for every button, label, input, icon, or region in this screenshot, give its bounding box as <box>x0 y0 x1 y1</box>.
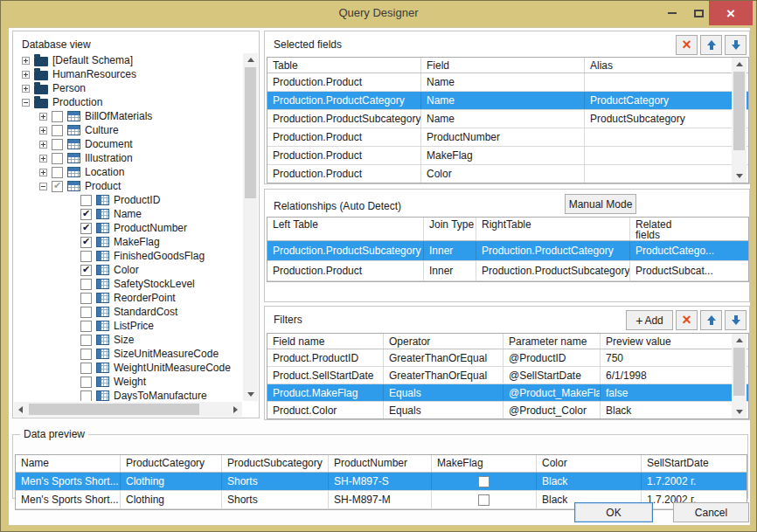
column-header-join-type[interactable]: Join Type <box>424 218 476 240</box>
column-header-operator[interactable]: Operator <box>384 334 504 349</box>
close-button[interactable]: × <box>709 1 753 25</box>
tree-item-weightunitmeasurecode[interactable]: WeightUnitMeasureCode <box>15 361 242 375</box>
tree-item-document[interactable]: Document <box>15 137 242 151</box>
tree-checkbox[interactable] <box>80 237 92 248</box>
tree-checkbox[interactable] <box>52 111 63 122</box>
scroll-left-arrow[interactable] <box>14 402 27 417</box>
minimize-button[interactable] <box>662 1 683 25</box>
maximize-button[interactable] <box>688 1 709 25</box>
tree-checkbox[interactable] <box>80 195 92 206</box>
cancel-button[interactable]: Cancel <box>673 502 749 522</box>
scroll-down-arrow[interactable] <box>243 388 258 401</box>
move-field-up-button[interactable] <box>700 35 722 55</box>
tree-item-sizeunitmeasurecode[interactable]: SizeUnitMeasureCode <box>15 347 242 361</box>
tree-checkbox[interactable] <box>80 349 92 360</box>
delete-filter-button[interactable]: × <box>676 310 698 330</box>
column-header-table[interactable]: Table <box>267 58 421 73</box>
table-row[interactable]: Product.MakeFlagEquals@Product_MakeFlagf… <box>267 384 748 402</box>
table-row[interactable]: Production.ProductProductNumber <box>267 128 748 147</box>
column-header-productcategory[interactable]: ProductCategory <box>121 455 222 472</box>
tree-item-listprice[interactable]: ListPrice <box>15 319 242 333</box>
tree-item-daystomanufacture[interactable]: DaysToManufacture <box>15 389 242 401</box>
tree-checkbox[interactable] <box>80 223 92 234</box>
tree-checkbox[interactable] <box>80 293 92 304</box>
tree-item-person[interactable]: Person <box>15 81 242 95</box>
expand-icon[interactable] <box>39 113 47 121</box>
table-row[interactable]: Product.ProductIDGreaterThanOrEqual@Prod… <box>267 349 748 367</box>
column-header-name[interactable]: Name <box>16 455 121 472</box>
tree-checkbox[interactable] <box>80 209 92 220</box>
column-header-field-name[interactable]: Field name <box>267 334 384 349</box>
tree-item-size[interactable]: Size <box>15 333 242 347</box>
tree-checkbox[interactable] <box>80 390 92 402</box>
expand-icon[interactable] <box>39 155 47 162</box>
scrollbar-thumb[interactable] <box>733 72 745 150</box>
tree-checkbox[interactable] <box>52 181 63 192</box>
column-header-makeflag[interactable]: MakeFlag <box>432 455 537 472</box>
tree-item-color[interactable]: Color <box>15 263 242 277</box>
expand-icon[interactable] <box>22 85 30 93</box>
collapse-icon[interactable] <box>39 183 47 190</box>
expand-icon[interactable] <box>22 71 30 79</box>
move-filter-down-button[interactable] <box>725 310 747 330</box>
tree-item-standardcost[interactable]: StandardCost <box>15 305 242 319</box>
makeflag-checkbox[interactable] <box>478 476 490 487</box>
scrollbar-thumb[interactable] <box>733 348 745 396</box>
scrollbar-thumb[interactable] <box>245 67 256 198</box>
tree-checkbox[interactable] <box>80 279 92 290</box>
tree-checkbox[interactable] <box>80 335 92 346</box>
scroll-up-arrow[interactable] <box>243 53 258 66</box>
tree-checkbox[interactable] <box>80 265 92 276</box>
tree-item-location[interactable]: Location <box>15 165 242 179</box>
tree-item-culture[interactable]: Culture <box>15 123 242 137</box>
table-row[interactable]: Product.ColorEquals@Product_ColorBlack <box>267 402 748 419</box>
column-header-parameter-name[interactable]: Parameter name <box>504 334 601 349</box>
table-row[interactable]: Men's Sports Short...ClothingShortsSH-M8… <box>16 473 747 491</box>
column-header-productnumber[interactable]: ProductNumber <box>329 455 432 472</box>
table-row[interactable]: Production.ProductInnerProduction.Produc… <box>267 261 748 281</box>
scroll-up-arrow[interactable] <box>732 58 747 71</box>
tree-checkbox[interactable] <box>52 125 63 136</box>
tree-item-finishedgoodsflag[interactable]: FinishedGoodsFlag <box>15 249 242 263</box>
manual-mode-button[interactable]: Manual Mode <box>565 194 636 214</box>
tree-item-weight[interactable]: Weight <box>15 375 242 389</box>
tree-item-makeflag[interactable]: MakeFlag <box>15 235 242 249</box>
tree-checkbox[interactable] <box>80 321 92 332</box>
column-header-related-fields[interactable]: Related fields <box>630 218 749 240</box>
column-header-righttable[interactable]: RightTable <box>476 218 630 240</box>
add-filter-button[interactable]: +Add <box>626 310 673 330</box>
table-row[interactable]: Production.ProductSubcategoryNameProduct… <box>267 110 748 128</box>
tree-checkbox[interactable] <box>80 363 92 374</box>
scrollbar-thumb[interactable] <box>29 404 199 415</box>
scroll-up-arrow[interactable] <box>732 334 747 347</box>
ok-button[interactable]: OK <box>574 502 653 522</box>
column-header-left-table[interactable]: Left Table <box>267 218 424 240</box>
scroll-right-arrow[interactable] <box>229 402 242 417</box>
tree-item-productid[interactable]: ProductID <box>15 193 242 207</box>
column-header-alias[interactable]: Alias <box>585 58 734 73</box>
tree-item-production[interactable]: Production <box>15 95 242 109</box>
tree-checkbox[interactable] <box>80 307 92 318</box>
table-row[interactable]: Production.ProductSubcategoryInnerProduc… <box>267 241 748 261</box>
move-field-down-button[interactable] <box>725 35 747 55</box>
tree-checkbox[interactable] <box>52 153 63 164</box>
makeflag-checkbox[interactable] <box>478 494 490 506</box>
expand-icon[interactable] <box>39 169 47 176</box>
tree-checkbox[interactable] <box>80 251 92 262</box>
table-row[interactable]: Production.ProductMakeFlag <box>267 147 748 165</box>
collapse-icon[interactable] <box>22 99 30 107</box>
tree-item-productnumber[interactable]: ProductNumber <box>15 221 242 235</box>
column-header-field[interactable]: Field <box>421 58 585 73</box>
column-header-sellstartdate[interactable]: SellStartDate <box>642 455 747 472</box>
table-row[interactable]: Product.SellStartDateGreaterThanOrEqual@… <box>267 367 748 384</box>
scroll-down-arrow[interactable] <box>732 169 747 183</box>
column-header-productsubcategory[interactable]: ProductSubcategory <box>222 455 329 472</box>
expand-icon[interactable] <box>39 127 47 135</box>
table-row[interactable]: Production.ProductName <box>267 73 748 92</box>
tree-item-illustration[interactable]: Illustration <box>15 151 242 165</box>
tree-checkbox[interactable] <box>80 377 92 388</box>
tree-item-safetystocklevel[interactable]: SafetyStockLevel <box>15 277 242 291</box>
column-header-color[interactable]: Color <box>537 455 642 472</box>
tree-checkbox[interactable] <box>52 139 63 150</box>
tree-item-humanresources[interactable]: HumanResources <box>15 67 242 81</box>
